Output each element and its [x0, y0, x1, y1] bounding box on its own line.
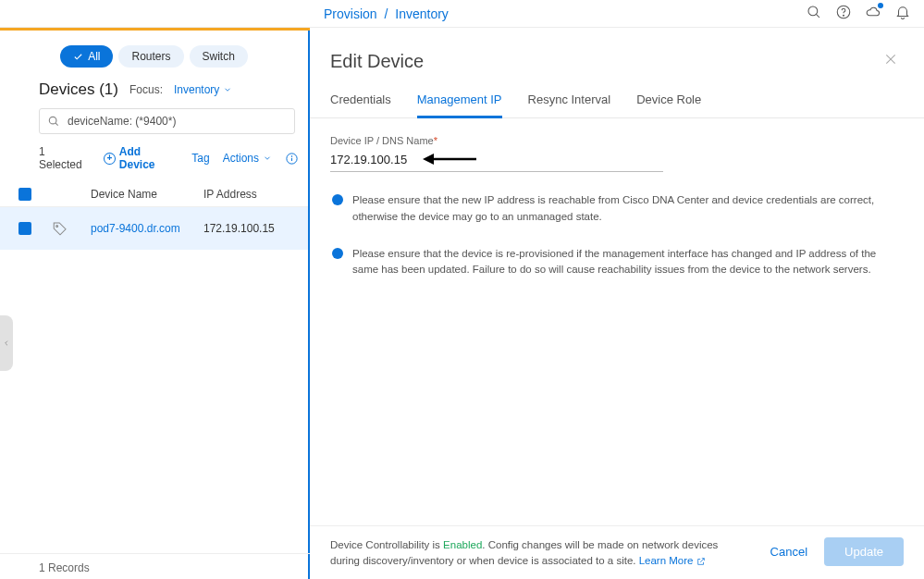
selected-count: 1 Selected [39, 145, 91, 171]
notice-1-text: Please ensure that the new IP address is… [352, 192, 904, 226]
svg-point-3 [844, 15, 844, 16]
top-bar: Provision / Inventory [0, 0, 924, 28]
table-row[interactable]: pod7-9400.dr.com 172.19.100.15 [0, 207, 308, 250]
row-checkbox[interactable] [18, 222, 31, 235]
top-icons [806, 4, 911, 23]
svg-point-8 [291, 155, 292, 156]
col-ip-address[interactable]: IP Address [203, 188, 257, 201]
devices-title: Devices (1) [39, 80, 118, 99]
notice-2: Please ensure that the device is re-prov… [332, 246, 904, 279]
left-pane: All Routers Switch Devices (1) Focus: In… [0, 31, 310, 579]
search-text: deviceName: (*9400*) [68, 115, 176, 128]
add-device-label: Add Device [119, 145, 179, 171]
info-icon[interactable] [285, 152, 299, 166]
cell-device-name[interactable]: pod7-9400.dr.com [91, 222, 203, 235]
footer-enabled: Enabled [443, 539, 482, 550]
cell-ip: 172.19.100.15 [203, 222, 275, 235]
search-icon [47, 115, 60, 128]
chevron-down-icon [263, 154, 272, 163]
devices-header: Devices (1) Focus: Inventory [0, 80, 308, 99]
breadcrumb-sep: / [380, 6, 391, 21]
device-ip-input[interactable] [330, 150, 663, 172]
row-actions: 1 Selected + Add Device Tag Actions [0, 134, 308, 182]
cancel-button[interactable]: Cancel [770, 545, 807, 559]
focus-label: Focus: [129, 83, 163, 96]
ip-input-wrap [330, 150, 663, 172]
pill-switches-label: Switch [203, 50, 235, 63]
breadcrumb-provision[interactable]: Provision [324, 6, 377, 21]
ip-field-label-text: Device IP / DNS Name [330, 135, 434, 146]
notice-1: Please ensure that the new IP address is… [332, 192, 904, 226]
tag-icon[interactable] [52, 220, 68, 237]
svg-point-0 [808, 6, 818, 16]
panel-header: Edit Device [310, 31, 924, 85]
search-input[interactable]: deviceName: (*9400*) [39, 108, 295, 134]
panel-title: Edit Device [330, 51, 424, 72]
pill-routers-label: Routers [131, 50, 170, 63]
tab-credentials[interactable]: Credentials [330, 85, 391, 117]
main: All Routers Switch Devices (1) Focus: In… [0, 31, 924, 579]
svg-point-9 [56, 225, 58, 227]
cloud-icon[interactable] [865, 4, 881, 23]
svg-marker-13 [423, 154, 434, 165]
learn-more-link[interactable]: Learn More [639, 555, 694, 566]
footer-actions: Cancel Update [770, 537, 904, 566]
update-button[interactable]: Update [824, 537, 904, 566]
check-icon [73, 52, 83, 62]
actions-label: Actions [223, 152, 259, 165]
panel-tabs: Credentials Management IP Resync Interva… [310, 85, 924, 118]
bell-icon[interactable] [894, 4, 911, 23]
table-header: Device Name IP Address [0, 182, 308, 207]
focus-dropdown[interactable]: Inventory [174, 83, 232, 96]
footer-text: Device Controllability is Enabled. Confi… [330, 537, 728, 570]
search-icon[interactable] [806, 4, 822, 23]
actions-dropdown[interactable]: Actions [223, 152, 272, 165]
external-link-icon [696, 555, 706, 566]
plus-icon: + [104, 153, 116, 165]
col-device-name[interactable]: Device Name [91, 188, 203, 201]
add-device-button[interactable]: + Add Device [104, 145, 179, 171]
chevron-down-icon [223, 85, 232, 94]
select-all-checkbox[interactable] [18, 188, 31, 201]
footer-pre: Device Controllability is [330, 539, 443, 550]
pill-switches[interactable]: Switch [190, 45, 248, 68]
records-footer: 1 Records [0, 553, 310, 579]
info-dot-icon [332, 194, 343, 205]
annotation-arrow [423, 150, 478, 171]
pill-all-label: All [88, 50, 100, 63]
collapse-handle[interactable] [0, 315, 13, 371]
svg-line-1 [816, 14, 819, 18]
tab-resync-interval[interactable]: Resync Interval [528, 85, 611, 117]
required-mark: * [434, 135, 437, 146]
svg-line-5 [55, 123, 58, 126]
form-area: Device IP / DNS Name* Please ensure that… [310, 118, 924, 525]
tag-button[interactable]: Tag [191, 152, 209, 165]
tab-device-role[interactable]: Device Role [636, 85, 701, 117]
focus-value: Inventory [174, 83, 219, 96]
info-dot-icon [332, 248, 343, 259]
panel-footer: Device Controllability is Enabled. Confi… [310, 525, 924, 580]
svg-point-4 [49, 117, 56, 124]
breadcrumb[interactable]: Provision / Inventory [324, 6, 449, 21]
close-icon[interactable] [883, 52, 898, 71]
chevron-left-icon [3, 338, 10, 349]
edit-device-panel: Edit Device Credentials Management IP Re… [310, 31, 924, 579]
pill-all[interactable]: All [60, 45, 113, 68]
breadcrumb-inventory[interactable]: Inventory [395, 6, 449, 21]
tab-management-ip[interactable]: Management IP [417, 85, 502, 118]
help-icon[interactable] [835, 4, 852, 23]
notice-2-text: Please ensure that the device is re-prov… [352, 246, 904, 279]
ip-field-label: Device IP / DNS Name* [330, 135, 904, 146]
filter-pills: All Routers Switch [0, 31, 308, 80]
pill-routers[interactable]: Routers [118, 45, 183, 68]
